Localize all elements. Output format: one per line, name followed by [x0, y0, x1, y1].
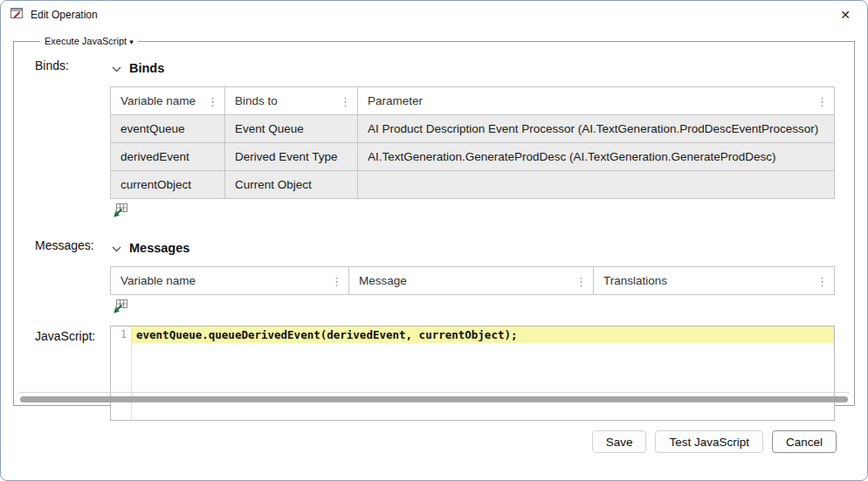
- cell-parameter[interactable]: [358, 171, 835, 199]
- cell-binds-to[interactable]: Derived Event Type: [225, 143, 358, 171]
- column-menu-icon[interactable]: ⋮: [331, 275, 342, 286]
- binds-col-binds-to: Binds to⋮: [225, 87, 358, 115]
- messages-collapse-header: Messages: [112, 240, 835, 256]
- binds-col-variable-name: Variable name⋮: [111, 87, 225, 115]
- cell-variable-name[interactable]: derivedEvent: [111, 143, 225, 171]
- cell-variable-name[interactable]: currentObject: [111, 171, 225, 199]
- column-menu-icon[interactable]: ⋮: [575, 275, 587, 286]
- line-number: 1: [111, 328, 127, 340]
- messages-col-translations: Translations⋮: [594, 267, 835, 295]
- chevron-down-icon[interactable]: [112, 65, 121, 72]
- column-menu-icon[interactable]: ⋮: [816, 275, 828, 286]
- binds-col-parameter: Parameter⋮: [358, 87, 835, 115]
- column-menu-icon[interactable]: ⋮: [816, 95, 828, 107]
- messages-section: Messages: Messages Variable name⋮ Messag…: [35, 231, 835, 319]
- binds-header-row: Variable name⋮ Binds to⋮ Parameter⋮: [111, 87, 835, 115]
- add-row-icon[interactable]: [112, 203, 127, 219]
- add-row-icon[interactable]: [112, 299, 127, 315]
- messages-section-title: Messages: [129, 241, 189, 255]
- code-line-1[interactable]: eventQueue.queueDerivedEvent(derivedEven…: [132, 326, 834, 343]
- code-area[interactable]: eventQueue.queueDerivedEvent(derivedEven…: [132, 326, 834, 420]
- binds-row-derivedEvent: derivedEvent Derived Event Type AI.TextG…: [111, 143, 835, 171]
- horizontal-scrollbar-track: [18, 392, 850, 405]
- edit-operation-dialog: Edit Operation ✕ Execute JavaScript▾ Bin…: [0, 0, 868, 481]
- cell-variable-name[interactable]: eventQueue: [111, 115, 225, 143]
- operation-type-dropdown[interactable]: Execute JavaScript▾: [40, 36, 138, 46]
- messages-header-row: Variable name⋮ Message⋮ Translations⋮: [111, 267, 835, 295]
- binds-row-eventQueue: eventQueue Event Queue AI Product Descri…: [111, 115, 835, 143]
- cancel-button[interactable]: Cancel: [772, 430, 837, 453]
- binds-collapse-header: Binds: [112, 60, 835, 76]
- javascript-field-label: JavaScript:: [35, 322, 110, 421]
- window-title: Edit Operation: [31, 9, 98, 21]
- title-bar: Edit Operation ✕: [1, 1, 867, 29]
- horizontal-scrollbar-thumb[interactable]: [20, 396, 848, 402]
- line-number-gutter: 1: [111, 326, 132, 420]
- dropdown-arrow-icon: ▾: [129, 38, 134, 46]
- messages-field-label: Messages:: [35, 231, 110, 319]
- binds-section-title: Binds: [129, 61, 164, 75]
- cell-binds-to[interactable]: Event Queue: [225, 115, 358, 143]
- test-javascript-button[interactable]: Test JavaScript: [655, 430, 763, 453]
- messages-table: Variable name⋮ Message⋮ Translations⋮: [110, 266, 835, 295]
- cell-binds-to[interactable]: Current Object: [225, 171, 358, 199]
- messages-col-message: Message⋮: [349, 267, 594, 295]
- binds-field-label: Binds:: [35, 52, 110, 223]
- cell-parameter[interactable]: AI.TextGeneration.GenerateProdDesc (AI.T…: [358, 143, 835, 171]
- javascript-code-editor[interactable]: 1 eventQueue.queueDerivedEvent(derivedEv…: [110, 326, 835, 421]
- column-menu-icon[interactable]: ⋮: [207, 95, 218, 107]
- messages-col-variable-name: Variable name⋮: [111, 267, 349, 295]
- chevron-down-icon[interactable]: [112, 244, 121, 252]
- column-menu-icon[interactable]: ⋮: [340, 95, 351, 107]
- app-icon: [10, 6, 24, 24]
- binds-section: Binds: Binds Variable name⋮ Binds to⋮ Pa…: [35, 52, 835, 223]
- javascript-section: JavaScript: 1 eventQueue.queueDerivedEve…: [35, 322, 835, 421]
- operation-type-label: Execute JavaScript: [45, 36, 127, 46]
- save-button[interactable]: Save: [592, 430, 647, 453]
- cell-parameter[interactable]: AI Product Description Event Processor (…: [358, 115, 835, 143]
- close-icon[interactable]: ✕: [827, 3, 864, 27]
- operation-group: Execute JavaScript▾ Binds: Binds Variabl…: [13, 36, 855, 406]
- binds-row-currentObject: currentObject Current Object: [111, 171, 835, 199]
- binds-table: Variable name⋮ Binds to⋮ Parameter⋮ even…: [110, 86, 835, 199]
